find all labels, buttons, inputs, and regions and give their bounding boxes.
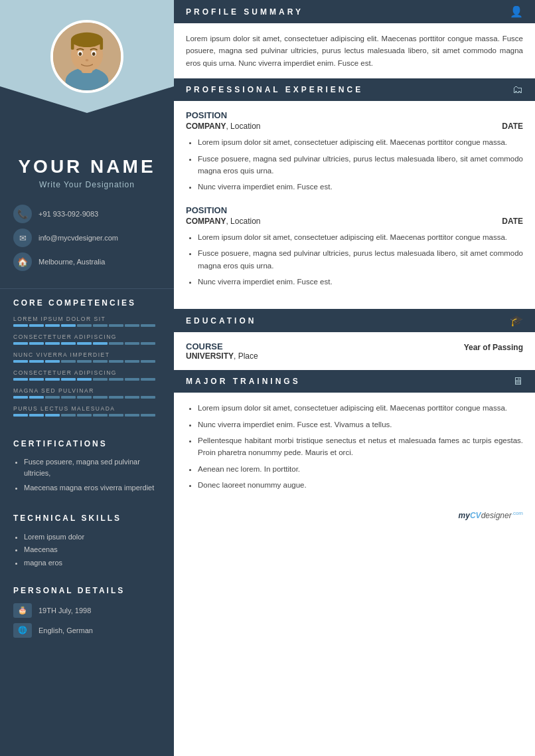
competency-item: MAGNA SED PULVINAR: [13, 387, 161, 399]
exp-bullet: Lorem ipsum dolor sit amet, consectetuer…: [198, 231, 523, 243]
competency-bar: [29, 342, 44, 345]
competency-bar: [29, 324, 44, 327]
watermark-my: my: [459, 511, 470, 520]
competency-bar: [141, 378, 155, 381]
competency-bars: [13, 378, 161, 381]
trainings-icon: 🖥: [512, 375, 523, 387]
competency-bar: [61, 414, 76, 417]
competency-bar: [93, 342, 108, 345]
major-trainings-title: MAJOR TRAININGS: [186, 377, 301, 386]
competency-bar: [109, 342, 123, 345]
competency-bar: [125, 378, 139, 381]
competency-bar: [61, 360, 76, 363]
competency-bar: [125, 342, 139, 345]
exp-bullets: Lorem ipsum dolor sit amet, consectetuer…: [186, 231, 523, 288]
edu-year: Year of Passing: [464, 341, 523, 352]
personal-details-title: PERSONAL DETAILS: [13, 586, 161, 595]
sidebar: YOUR NAME Write Your Designation 📞 +91 9…: [0, 0, 174, 756]
competency-bars: [13, 414, 161, 417]
major-trainings-body: Lorem ipsum dolor sit amet, consectetuer…: [174, 393, 535, 504]
competency-bar: [109, 360, 123, 363]
tech-list: Lorem ipsum dolorMaecenasmagna eros: [13, 531, 161, 570]
exp-entry: POSITIONCOMPANY, LocationDATELorem ipsum…: [186, 110, 523, 193]
sidebar-contact: 📞 +91 933-092-9083 ✉ info@mycvdesigner.c…: [0, 193, 174, 289]
personal-dob: 🎂 19TH July, 1998: [13, 603, 161, 618]
competency-bar: [93, 414, 108, 417]
dob-text: 19TH July, 1998: [38, 607, 91, 614]
profile-text: Lorem ipsum dolor sit amet, consectetuer…: [186, 33, 523, 69]
competency-bar: [13, 378, 28, 381]
avatar: [50, 20, 123, 93]
exp-position: POSITION: [186, 205, 523, 215]
exp-bullet: Nunc viverra imperdiet enim. Fusce est.: [198, 181, 523, 193]
phone-icon: 📞: [13, 205, 32, 223]
exp-bullet: Nunc viverra imperdiet enim. Fusce est.: [198, 276, 523, 288]
core-competencies-title: CORE COMPETENCIES: [13, 298, 161, 308]
user-name: YOUR NAME: [13, 156, 161, 177]
contact-location: 🏠 Melbourne, Australia: [13, 252, 161, 271]
svg-point-11: [86, 59, 89, 62]
tech-item: Maecenas: [24, 543, 161, 557]
profile-summary-body: Lorem ipsum dolor sit amet, consectetuer…: [174, 23, 535, 78]
exp-company-row: COMPANY, LocationDATE: [186, 217, 523, 226]
technical-skills-section: TECHNICAL SKILLS Lorem ipsum dolorMaecen…: [0, 504, 174, 577]
competency-bar: [109, 378, 123, 381]
major-trainings-header: MAJOR TRAININGS 🖥: [174, 370, 535, 393]
svg-point-4: [71, 33, 103, 47]
competency-bar: [61, 378, 76, 381]
competency-bar: [13, 414, 28, 417]
education-entry: COURSE UNIVERSITY, Place Year of Passing: [186, 341, 523, 361]
training-item: Donec laoreet nonummy augue.: [198, 479, 523, 491]
competency-bar: [141, 396, 155, 399]
competency-label: CONSECTETUER ADIPISCING: [13, 333, 161, 340]
experience-icon: 🗂: [512, 84, 523, 96]
training-item: Nunc viverra imperdiet enim. Fusce est. …: [198, 419, 523, 430]
main-content: PROFILE SUMMARY 👤 Lorem ipsum dolor sit …: [174, 0, 535, 756]
competency-bar: [77, 378, 92, 381]
watermark-designer: designer: [481, 511, 512, 520]
lang-icon: 🌐: [13, 623, 32, 638]
competency-bar: [125, 360, 139, 363]
competency-bar: [45, 360, 60, 363]
education-icon: 🎓: [510, 314, 523, 327]
competency-bar: [125, 414, 139, 417]
edu-left: COURSE UNIVERSITY, Place: [186, 341, 258, 361]
competency-item: CONSECTETUER ADIPISCING: [13, 369, 161, 381]
languages-text: English, German: [38, 626, 93, 634]
competency-bar: [125, 324, 139, 327]
competency-bar: [61, 342, 76, 345]
competency-label: LOREM IPSUM DOLOR SIT: [13, 316, 161, 322]
competency-label: CONSECTETUER ADIPISCING: [13, 369, 161, 376]
exp-bullet: Fusce posuere, magna sed pulvinar ultric…: [198, 247, 523, 272]
edu-course: COURSE: [186, 341, 258, 351]
edu-university: UNIVERSITY, Place: [186, 351, 258, 361]
competency-bar: [13, 324, 28, 327]
competency-bar: [61, 396, 76, 399]
profile-summary-header: PROFILE SUMMARY 👤: [174, 0, 535, 23]
competency-bar: [77, 342, 92, 345]
contact-phone: 📞 +91 933-092-9083: [13, 205, 161, 223]
competency-bar: [109, 396, 123, 399]
competency-bar: [93, 378, 108, 381]
competency-item: NUNC VIVERRA IMPERDIET: [13, 351, 161, 363]
training-item: Aenean nec lorem. In porttitor.: [198, 463, 523, 475]
competency-bars: [13, 342, 161, 345]
sidebar-top: [0, 0, 174, 113]
professional-experience-body: POSITIONCOMPANY, LocationDATELorem ipsum…: [174, 101, 535, 309]
svg-point-9: [78, 52, 82, 56]
core-competencies-section: CORE COMPETENCIES LOREM IPSUM DOLOR SITC…: [0, 289, 174, 430]
competency-label: PURUS LECTUS MALESUADA: [13, 405, 161, 412]
certifications-title: CERTIFICATIONS: [13, 439, 161, 448]
competency-bar: [13, 360, 28, 363]
professional-experience-header: PROFESSIONAL EXPERIENCE 🗂: [174, 78, 535, 101]
personal-languages: 🌐 English, German: [13, 623, 161, 638]
technical-skills-title: TECHNICAL SKILLS: [13, 514, 161, 523]
competency-label: NUNC VIVERRA IMPERDIET: [13, 351, 161, 358]
professional-experience-title: PROFESSIONAL EXPERIENCE: [186, 85, 363, 94]
trainings-list: Lorem ipsum dolor sit amet, consectetuer…: [186, 402, 523, 491]
exp-company: COMPANY, Location: [186, 122, 261, 131]
dob-icon: 🎂: [13, 603, 32, 618]
competency-bar: [29, 360, 44, 363]
competency-bars: [13, 360, 161, 363]
exp-bullet: Fusce posuere, magna sed pulvinar ultric…: [198, 153, 523, 177]
